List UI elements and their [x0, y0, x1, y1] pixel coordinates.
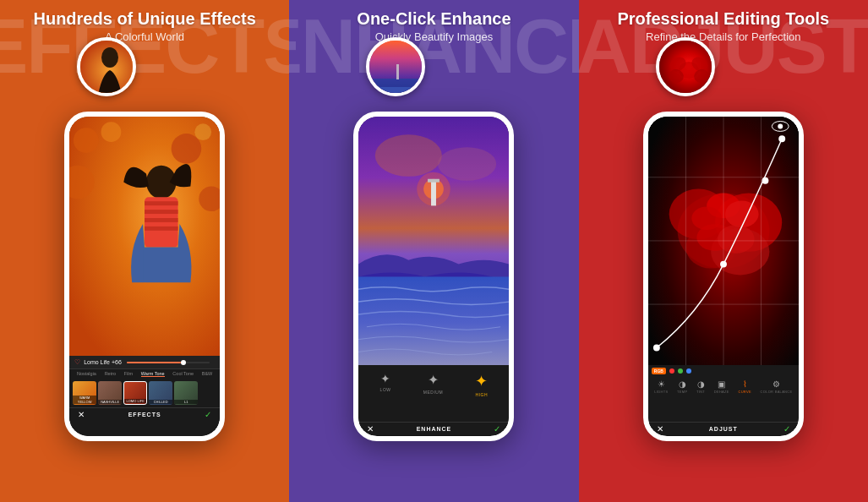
thumb-warm-yellow[interactable]: WARM YELLOW — [73, 381, 96, 405]
svg-rect-12 — [145, 210, 178, 214]
tab-retro[interactable]: Retro — [105, 371, 116, 377]
enhance-option-low[interactable]: ✦ LOW — [380, 372, 391, 418]
adjust-photo — [648, 117, 799, 366]
effects-confirm-icon[interactable]: ✓ — [205, 410, 211, 419]
enhance-controls: ✦ LOW ✦ MEDIUM ✦ HIGH ✕ — [358, 365, 509, 435]
svg-rect-18 — [369, 87, 425, 96]
enhance-high-label: HIGH — [476, 392, 489, 397]
adjust-title-block: Professional Editing Tools Refine the De… — [617, 0, 829, 43]
curve-icon: ⌇ — [743, 379, 747, 389]
effects-phone: ♡ Lomo Life +66 Nostalgia Retro Film War… — [64, 112, 225, 441]
svg-rect-27 — [358, 276, 509, 365]
enhance-medium-label: MEDIUM — [423, 390, 443, 395]
enhance-cancel-icon[interactable]: ✕ — [367, 424, 374, 434]
dehaze-icon: ▣ — [718, 379, 725, 389]
green-channel-dot[interactable] — [678, 368, 683, 374]
enhance-label: ENHANCE — [417, 426, 452, 432]
enhance-medium-icon: ✦ — [428, 372, 439, 388]
tab-bw[interactable]: B&W — [202, 371, 213, 377]
tint-label: TINT — [696, 390, 705, 394]
effects-bottom-bar: ✕ EFFECTS ✓ — [69, 407, 220, 421]
thumb-lomo-life[interactable]: LOMO LIFE — [123, 381, 147, 405]
thumb-l1[interactable]: L1 — [174, 381, 198, 405]
enhance-heading: One-Click Enhance — [357, 8, 510, 29]
svg-point-55 — [778, 135, 785, 142]
temp-label: TEMP — [677, 390, 687, 394]
svg-point-21 — [375, 134, 442, 176]
tool-tint[interactable]: ◑ TINT — [696, 379, 705, 419]
tab-nostalgia[interactable]: Nostalgia — [77, 371, 96, 377]
adjust-rgb-bar: RGB — [648, 365, 799, 377]
svg-point-5 — [172, 134, 202, 164]
red-channel-dot[interactable] — [669, 368, 674, 374]
effects-cancel-icon[interactable]: ✕ — [78, 410, 85, 419]
rgb-badge[interactable]: RGB — [652, 368, 666, 374]
adjust-screen: RGB ☀ LIGHTS ◑ TEMP — [648, 117, 799, 436]
enhance-low-icon: ✦ — [380, 372, 390, 385]
effects-panel: EFFECTS Hundreds of Unique Effects A Col… — [0, 0, 289, 502]
adjust-tools: ☀ LIGHTS ◑ TEMP ◑ TINT ▣ — [648, 377, 799, 422]
adjust-controls: RGB ☀ LIGHTS ◑ TEMP — [648, 365, 799, 435]
enhance-high-icon: ✦ — [475, 372, 488, 390]
adjust-circle-preview — [656, 37, 715, 96]
effects-heading: Hundreds of Unique Effects — [33, 8, 255, 29]
thumb-nashville[interactable]: NASHVILLE — [98, 381, 122, 405]
svg-rect-26 — [429, 178, 440, 182]
effects-controls: ♡ Lomo Life +66 Nostalgia Retro Film War… — [69, 356, 220, 436]
adjust-phone-wrapper: RGB ☀ LIGHTS ◑ TEMP — [643, 50, 804, 502]
filter-bar: ♡ Lomo Life +66 — [69, 356, 220, 369]
effects-circle-preview — [77, 37, 136, 96]
svg-rect-13 — [145, 217, 178, 221]
enhance-option-high[interactable]: ✦ HIGH — [475, 372, 488, 418]
enhance-screen: ✦ LOW ✦ MEDIUM ✦ HIGH ✕ — [358, 117, 509, 436]
adjust-label: ADJUST — [709, 426, 738, 432]
dehaze-label: DEHAZE — [714, 390, 729, 394]
enhance-confirm-icon[interactable]: ✓ — [494, 424, 500, 434]
svg-point-22 — [438, 147, 496, 181]
tool-lights[interactable]: ☀ LIGHTS — [654, 379, 668, 419]
svg-point-54 — [762, 177, 768, 183]
lights-icon: ☀ — [658, 379, 665, 389]
adjust-cancel-icon[interactable]: ✕ — [657, 424, 663, 434]
effects-subtitle: A Colorful World — [33, 30, 255, 43]
enhance-title-block: One-Click Enhance Quickly Beautify Image… — [357, 0, 510, 43]
enhance-circle-preview — [366, 37, 425, 96]
adjust-heading: Professional Editing Tools — [617, 8, 829, 29]
adjust-bottom-bar: ✕ ADJUST ✓ — [648, 422, 799, 435]
filter-tabs[interactable]: Nostalgia Retro Film Warm Tone Cool Tone… — [69, 369, 220, 379]
effects-phone-wrapper: ♡ Lomo Life +66 Nostalgia Retro Film War… — [64, 50, 225, 502]
filter-name-label: Lomo Life — [84, 359, 110, 365]
effects-label: EFFECTS — [128, 412, 161, 417]
effects-photo — [69, 117, 220, 357]
color-balance-label: COLOR BALANCE — [761, 390, 793, 394]
adjust-subtitle: Refine the Details for Perfection — [617, 30, 829, 43]
svg-point-3 — [74, 128, 99, 153]
enhance-option-medium[interactable]: ✦ MEDIUM — [423, 372, 443, 418]
adjust-confirm-icon[interactable]: ✓ — [783, 424, 790, 434]
blue-channel-dot[interactable] — [686, 368, 691, 374]
enhance-panel: ENHANCE One-Click Enhance Quickly Beauti… — [289, 0, 578, 502]
svg-point-57 — [778, 123, 783, 128]
filter-value: +66 — [112, 359, 122, 365]
enhance-photo — [358, 117, 509, 366]
svg-rect-14 — [145, 226, 178, 230]
tool-dehaze[interactable]: ▣ DEHAZE — [714, 379, 729, 419]
filter-thumbnails: WARM YELLOW NASHVILLE LOMO LIFE CHILLED — [69, 379, 220, 407]
tab-film[interactable]: Film — [124, 371, 133, 377]
curve-label: CURVE — [738, 390, 751, 394]
tool-curve[interactable]: ⌇ CURVE — [738, 379, 751, 419]
svg-rect-25 — [432, 180, 437, 205]
svg-rect-11 — [145, 201, 178, 205]
svg-point-43 — [725, 200, 759, 227]
heart-icon[interactable]: ♡ — [74, 358, 80, 366]
tool-color-balance[interactable]: ⚙ COLOR BALANCE — [761, 379, 793, 419]
svg-point-6 — [194, 123, 211, 140]
enhance-bottom-bar: ✕ ENHANCE ✓ — [358, 422, 509, 435]
tab-cool-tone[interactable]: Cool Tone — [172, 371, 194, 377]
thumb-chilled[interactable]: CHILLED — [149, 381, 172, 405]
effects-title-block: Hundreds of Unique Effects A Colorful Wo… — [33, 0, 255, 43]
svg-point-1 — [101, 47, 118, 68]
tab-warm-tone[interactable]: Warm Tone — [141, 371, 165, 377]
enhance-low-label: LOW — [380, 387, 391, 392]
tool-temp[interactable]: ◑ TEMP — [677, 379, 687, 419]
